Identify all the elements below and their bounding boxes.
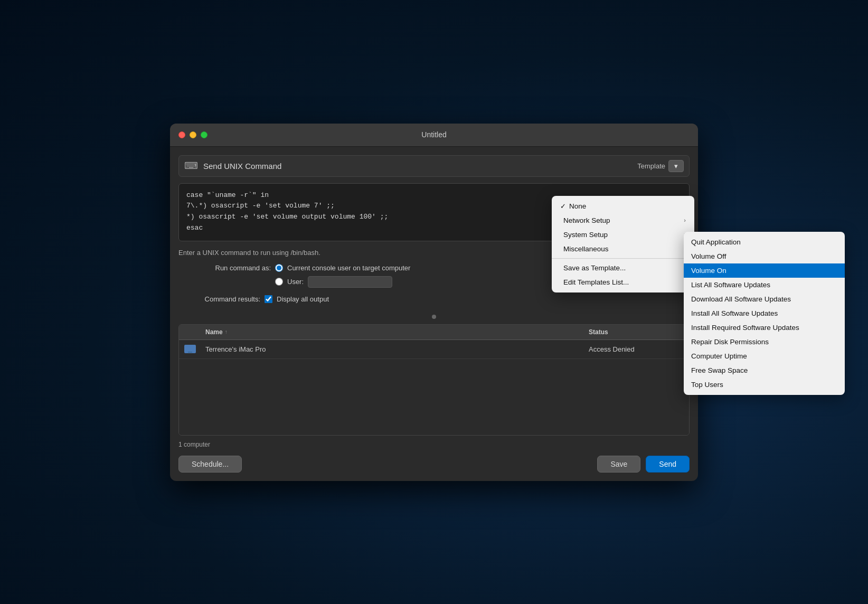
terminal-icon: ⌨ xyxy=(184,160,198,172)
submenu-item-label: Volume On xyxy=(691,267,837,275)
minimize-button[interactable] xyxy=(190,131,196,138)
submenu-item-top-users[interactable]: Top Users xyxy=(684,378,845,392)
submenu-item-quit[interactable]: Quit Application xyxy=(684,235,845,249)
dropdown-item-label: Edit Templates List... xyxy=(563,278,686,286)
submenu-item-install-required[interactable]: Install Required Software Updates xyxy=(684,320,845,335)
command-header: ⌨ Send UNIX Command Template ▾ ✓ None Ne… xyxy=(178,155,690,177)
dropdown-item-none[interactable]: ✓ None xyxy=(552,199,694,213)
computer-name: Terrence's iMac Pro xyxy=(205,345,266,353)
col-header-name[interactable]: Name ↑ xyxy=(200,325,583,339)
secondary-dropdown: Quit Application Volume Off Volume On Li… xyxy=(684,232,845,395)
dropdown-item-miscellaneous[interactable]: Miscellaneous › xyxy=(552,242,694,256)
scroll-indicator xyxy=(178,312,690,321)
button-row: Schedule... Save Send xyxy=(178,456,690,473)
submenu-item-label: Free Swap Space xyxy=(691,366,837,374)
primary-dropdown: ✓ None Network Setup › System Setup › xyxy=(552,196,694,292)
submenu-item-label: Repair Disk Permissions xyxy=(691,338,837,346)
submenu-item-label: Install Required Software Updates xyxy=(691,324,837,332)
submenu-item-free-swap[interactable]: Free Swap Space xyxy=(684,363,845,378)
submenu-arrow-icon: › xyxy=(684,217,686,223)
row-icon-cell xyxy=(179,340,200,358)
submenu-item-repair-disk[interactable]: Repair Disk Permissions xyxy=(684,335,845,349)
row-status-cell: Access Denied xyxy=(583,340,689,358)
submenu-item-label: List All Software Updates xyxy=(691,281,837,289)
svg-rect-1 xyxy=(188,352,192,353)
dropdown-item-label: Network Setup xyxy=(563,216,684,224)
submenu-item-download-updates[interactable]: Download All Software Updates xyxy=(684,292,845,306)
user-input-field[interactable] xyxy=(308,276,392,288)
submenu-item-list-updates[interactable]: List All Software Updates xyxy=(684,278,845,292)
dropdown-item-label: None xyxy=(569,202,686,210)
dropdown-item-network-setup[interactable]: Network Setup › xyxy=(552,213,694,228)
radio-user-label: User: xyxy=(287,278,304,286)
dropdown-item-save-template[interactable]: Save as Template... xyxy=(552,261,694,275)
radio-console-label: Current console user on target computer xyxy=(287,264,410,272)
scroll-dot-icon xyxy=(432,315,436,319)
submenu-item-volume-off[interactable]: Volume Off xyxy=(684,249,845,263)
computer-table: Name ↑ Status xyxy=(178,324,690,436)
radio-console[interactable] xyxy=(275,264,283,272)
send-button[interactable]: Send xyxy=(646,456,690,473)
save-button[interactable]: Save xyxy=(597,456,640,473)
command-results-label: Command results: xyxy=(178,295,260,303)
submenu-item-label: Quit Application xyxy=(691,238,837,246)
computer-count: 1 computer xyxy=(178,441,690,448)
table-header: Name ↑ Status xyxy=(179,325,689,340)
traffic-lights xyxy=(178,131,207,138)
maximize-button[interactable] xyxy=(201,131,207,138)
computer-status: Access Denied xyxy=(589,345,635,353)
submenu-item-computer-uptime[interactable]: Computer Uptime xyxy=(684,349,845,363)
col-name-label: Name xyxy=(205,328,223,336)
table-row[interactable]: Terrence's iMac Pro Access Denied xyxy=(179,340,689,359)
check-icon: ✓ xyxy=(560,202,566,210)
panel-title: Send UNIX Command xyxy=(203,162,637,171)
submenu-item-label: Install All Software Updates xyxy=(691,309,837,317)
submenu-item-volume-on[interactable]: Volume On xyxy=(684,263,845,278)
run-command-label: Run command as: xyxy=(189,264,271,272)
footer: 1 computer xyxy=(178,441,690,448)
col-status-label: Status xyxy=(589,328,608,336)
row-name-cell: Terrence's iMac Pro xyxy=(200,340,583,358)
menu-separator xyxy=(552,258,694,259)
computer-svg xyxy=(184,345,196,353)
close-button[interactable] xyxy=(178,131,185,138)
display-output-label: Display all output xyxy=(277,295,329,303)
table-body: Terrence's iMac Pro Access Denied xyxy=(179,340,689,435)
submenu-item-label: Volume Off xyxy=(691,252,837,260)
template-label: Template xyxy=(637,162,665,170)
display-output-checkbox[interactable] xyxy=(265,295,272,303)
col-header-icon xyxy=(179,325,200,339)
submenu-item-label: Top Users xyxy=(691,381,837,389)
submenu-item-label: Download All Software Updates xyxy=(691,295,837,303)
template-dropdown-button[interactable]: ▾ xyxy=(668,160,684,172)
imac-icon xyxy=(184,345,196,353)
dropdown-item-label: Miscellaneous xyxy=(563,245,684,253)
submenu-item-install-all[interactable]: Install All Software Updates xyxy=(684,306,845,320)
template-area: Template ▾ ✓ None Network Setup › xyxy=(637,160,684,172)
svg-rect-0 xyxy=(185,345,195,352)
dropdown-item-system-setup[interactable]: System Setup › xyxy=(552,228,694,242)
dropdown-item-label: Save as Template... xyxy=(563,264,686,272)
submenu-item-label: Computer Uptime xyxy=(691,352,837,360)
titlebar: Untitled xyxy=(170,124,698,147)
dropdown-item-label: System Setup xyxy=(563,231,684,239)
schedule-button[interactable]: Schedule... xyxy=(178,456,242,473)
main-window: Untitled ⌨ Send UNIX Command Template ▾ … xyxy=(170,124,698,481)
sort-arrow-icon: ↑ xyxy=(225,329,228,335)
radio-user[interactable] xyxy=(275,278,283,286)
window-title: Untitled xyxy=(421,130,446,139)
content-area: ⌨ Send UNIX Command Template ▾ ✓ None Ne… xyxy=(170,147,698,481)
command-results-row: Command results: Display all output xyxy=(178,295,690,303)
dropdown-item-edit-templates[interactable]: Edit Templates List... xyxy=(552,275,694,289)
col-header-status[interactable]: Status xyxy=(583,325,689,339)
